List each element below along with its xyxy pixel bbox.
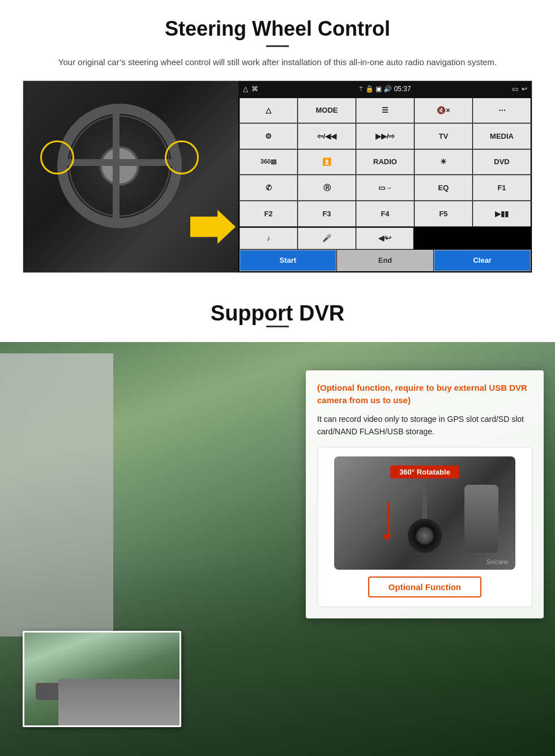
- btn-360[interactable]: 360▤: [240, 150, 297, 175]
- btn-prev[interactable]: ⇦/◀◀: [298, 123, 356, 149]
- steering-content-area: △ ⌘ ⍑ 🔒 ▣ 🔊 05:37 ▭ ↩ △ MO: [23, 80, 532, 273]
- dvr-header: Support DVR: [0, 284, 555, 342]
- optional-function-button[interactable]: Optional Function: [368, 576, 481, 597]
- rotation-arrow: [379, 496, 402, 541]
- vol-icon: 🔊: [383, 85, 392, 93]
- building-left: [0, 353, 113, 637]
- btn-web[interactable]: Ⓡ: [298, 175, 356, 200]
- camera-arm: [422, 479, 427, 524]
- dvr-camera-box: 360° Rotatable Seicane: [317, 447, 532, 607]
- optional-notice: (Optional function, require to buy exter…: [317, 382, 532, 407]
- signal-icon: ⌘: [251, 85, 258, 93]
- btn-f4[interactable]: F4: [356, 201, 414, 227]
- btn-f1[interactable]: F1: [473, 175, 531, 200]
- status-left: △ ⌘: [243, 85, 258, 93]
- status-bar: △ ⌘ ⍑ 🔒 ▣ 🔊 05:37 ▭ ↩: [238, 81, 532, 97]
- btn-menu[interactable]: ☰: [356, 98, 414, 123]
- steering-title: Steering Wheel Control: [23, 17, 532, 41]
- clear-button[interactable]: Clear: [434, 250, 531, 271]
- btn-f5[interactable]: F5: [415, 201, 472, 227]
- window-icon: ▭: [512, 85, 518, 93]
- status-right: ▭ ↩: [512, 85, 527, 93]
- back-icon: ↩: [522, 85, 527, 93]
- btn-eq[interactable]: EQ: [415, 175, 472, 200]
- btn-eject[interactable]: ⏫: [298, 150, 356, 175]
- btn-phone[interactable]: ✆: [240, 175, 297, 200]
- arrow-indicator: [190, 210, 236, 244]
- end-button[interactable]: End: [337, 250, 434, 271]
- dvr-background: (Optional function, require to buy exter…: [0, 342, 555, 757]
- btn-apps[interactable]: ⋯: [473, 98, 531, 123]
- btn-dvd[interactable]: DVD: [473, 150, 531, 175]
- rotation-line: [388, 502, 390, 536]
- btn-vol-prev[interactable]: ◀∕↩: [356, 228, 414, 249]
- btn-radio[interactable]: RADIO: [356, 150, 414, 175]
- btn-brightness[interactable]: ☀: [415, 150, 472, 175]
- btn-mute[interactable]: 🔇×: [415, 98, 472, 123]
- clock-display: 05:37: [394, 85, 411, 93]
- camera-image: 360° Rotatable Seicane: [334, 456, 515, 570]
- road-line: [102, 700, 104, 717]
- dvr-description: It can record video only to storage in G…: [317, 413, 532, 438]
- car-shape-1: [36, 683, 64, 700]
- highlight-circle-right: [165, 140, 199, 174]
- wheel-hub: [100, 146, 139, 186]
- wheel-spoke-vertical: [113, 112, 119, 225]
- start-button[interactable]: Start: [240, 250, 336, 271]
- camera-badge: 360° Rotatable: [390, 465, 459, 479]
- btn-f3[interactable]: F3: [298, 201, 356, 227]
- highlight-circle-left: [40, 140, 74, 174]
- rotation-arrowhead: [382, 535, 391, 541]
- car-shape-2: [70, 683, 92, 697]
- dvr-info-card: (Optional function, require to buy exter…: [306, 370, 544, 619]
- status-center: ⍑ 🔒 ▣ 🔊 05:37: [359, 85, 411, 93]
- home-icon: △: [243, 85, 248, 93]
- btn-f2[interactable]: F2: [240, 201, 297, 227]
- dvr-thumbnail-preview: [23, 631, 181, 727]
- camera-body: [464, 485, 498, 553]
- watermark: Seicane: [486, 558, 509, 565]
- wheel-spoke-horizontal: [64, 159, 175, 166]
- btn-tv[interactable]: TV: [415, 123, 472, 149]
- btn-settings[interactable]: ⚙: [240, 123, 297, 149]
- camera-lens: [408, 519, 442, 553]
- wifi-icon: ⍑: [359, 85, 363, 93]
- steering-wheel-photo: [23, 81, 238, 272]
- btn-next[interactable]: ▶▶/⇨: [356, 123, 414, 149]
- btn-music[interactable]: ♪: [240, 228, 297, 249]
- dvr-section: Support DVR (Optional function, require …: [0, 284, 555, 757]
- steering-description: Your original car’s steering wheel contr…: [45, 56, 510, 69]
- action-buttons-row: Start End Clear: [238, 250, 532, 272]
- dvr-divider: [266, 326, 289, 327]
- btn-usb[interactable]: ▭→: [356, 175, 414, 200]
- btn-playpause[interactable]: ▶▮▮: [473, 201, 531, 227]
- btn-mic[interactable]: 🎤: [298, 228, 356, 249]
- control-panel: △ ⌘ ⍑ 🔒 ▣ 🔊 05:37 ▭ ↩ △ MO: [238, 81, 532, 272]
- dvr-title: Support DVR: [23, 301, 532, 326]
- btn-nav[interactable]: △: [240, 98, 297, 123]
- screen-icon: ▣: [375, 85, 382, 93]
- btn-mode[interactable]: MODE: [298, 98, 356, 123]
- steering-section: Steering Wheel Control Your original car…: [0, 0, 555, 284]
- lock-icon: 🔒: [365, 85, 374, 93]
- btn-media[interactable]: MEDIA: [473, 123, 531, 149]
- title-divider: [266, 45, 289, 47]
- button-grid: △ MODE ☰ 🔇× ⋯ ⚙ ⇦/◀◀ ▶▶/⇨ TV MEDIA 360▤ …: [238, 97, 532, 228]
